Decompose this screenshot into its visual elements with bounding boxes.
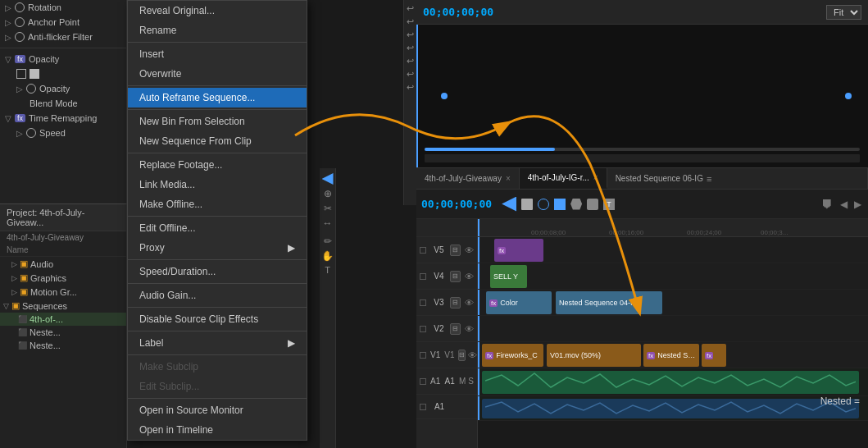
- menu-disable-effects[interactable]: Disable Source Clip Effects: [128, 309, 307, 329]
- lock-icon[interactable]: [420, 299, 426, 306]
- clip-v1-v01[interactable]: V01.mov (50%): [547, 344, 641, 367]
- anchor-point-row[interactable]: ▷ Anchor Point: [0, 15, 126, 30]
- track-v1-eye[interactable]: 👁: [468, 350, 477, 360]
- track-v1-icon[interactable]: ⊟: [458, 350, 466, 361]
- tab-nested-seq[interactable]: Nested Sequence 06-IG ≡: [607, 168, 868, 189]
- tab-close-icon[interactable]: ×: [593, 173, 598, 182]
- hand-tool[interactable]: ✋: [321, 250, 334, 262]
- track-v2-icon[interactable]: ⊟: [450, 323, 461, 335]
- lock-icon[interactable]: [420, 404, 426, 410]
- antiflicker-stopwatch[interactable]: [15, 32, 25, 42]
- menu-label[interactable]: Label ▶: [128, 333, 307, 353]
- track-v3-eye[interactable]: 👁: [465, 298, 474, 308]
- folder-graphics[interactable]: ▷ ▣ Graphics: [0, 271, 126, 285]
- folder-motion[interactable]: ▷ ▣ Motion Gr...: [0, 285, 126, 299]
- track-v5[interactable]: fx: [478, 237, 868, 263]
- type-tool[interactable]: T: [325, 265, 330, 275]
- speed-row[interactable]: ▷ Speed: [0, 126, 126, 140]
- solo-btn[interactable]: S: [468, 377, 474, 386]
- antiflicker-row[interactable]: ▷ Anti-flicker Filter: [0, 30, 126, 44]
- zoom-bar[interactable]: [425, 154, 860, 162]
- anchor-stopwatch[interactable]: [15, 17, 25, 27]
- clip-v1-fireworks[interactable]: fx Fireworks_C: [482, 344, 543, 367]
- undo-btn6[interactable]: ↩: [405, 69, 416, 80]
- funnel-icon[interactable]: ⛊: [821, 198, 833, 211]
- clip-v4-sell[interactable]: SELL Y: [490, 265, 527, 288]
- lock-icon[interactable]: [420, 247, 426, 254]
- undo-btn5[interactable]: ↩: [405, 56, 416, 67]
- razor-tool-icon[interactable]: [554, 199, 566, 210]
- track-v2[interactable]: [478, 316, 868, 342]
- tab-4th-ig[interactable]: 4th-of-July-IG-r... ×: [520, 168, 607, 189]
- track-v1[interactable]: fx Fireworks_C V01.mov (50%) fx Nested S…: [478, 342, 868, 368]
- folder-sequences[interactable]: ▽ ▣ Sequences: [0, 299, 126, 313]
- undo-btn2[interactable]: ↩: [405, 16, 416, 28]
- clip-v5-fx[interactable]: fx: [494, 239, 543, 262]
- menu-edit-offline[interactable]: Edit Offline...: [128, 218, 307, 238]
- pen-tool[interactable]: ✏: [324, 235, 332, 247]
- opacity-stopwatch[interactable]: [26, 84, 36, 94]
- undo-btn3[interactable]: ↩: [405, 30, 416, 41]
- pen-tool-icon[interactable]: [570, 199, 582, 210]
- undo-btn7[interactable]: ↩: [405, 82, 416, 94]
- menu-rename[interactable]: Rename: [128, 21, 307, 40]
- speed-stopwatch[interactable]: [26, 128, 36, 138]
- menu-overwrite[interactable]: Overwrite: [128, 64, 307, 84]
- lock-icon[interactable]: [420, 326, 426, 332]
- next-frame-icon[interactable]: ▶: [854, 199, 861, 210]
- rotation-row[interactable]: ▷ Rotation: [0, 0, 126, 15]
- undo-btn4[interactable]: ↩: [405, 43, 416, 54]
- razor-tool[interactable]: ✂: [324, 203, 332, 214]
- menu-insert[interactable]: Insert: [128, 44, 307, 64]
- track-v3-icon[interactable]: ⊟: [450, 297, 461, 309]
- menu-reveal-original[interactable]: Reveal Original...: [128, 1, 307, 21]
- time-remap-fx-row[interactable]: ▽ fx Time Remapping: [0, 111, 126, 126]
- menu-replace-footage[interactable]: Replace Footage...: [128, 155, 307, 175]
- track-a1b-audio[interactable]: [478, 396, 868, 421]
- play-icon[interactable]: [502, 197, 516, 212]
- track-v3[interactable]: fx Color Nested Sequence 04-IG: [478, 290, 868, 316]
- blend-mode-row[interactable]: Blend Mode: [0, 96, 126, 111]
- prev-frame-icon[interactable]: ◀: [840, 199, 848, 210]
- type-tool-icon[interactable]: T: [603, 199, 615, 210]
- clip-a1b-audio[interactable]: [482, 399, 859, 418]
- scrubber-track[interactable]: [425, 148, 860, 151]
- clip-v1-extra[interactable]: fx: [702, 344, 726, 367]
- hamburger-icon[interactable]: ≡: [707, 174, 711, 184]
- folder-audio[interactable]: ▷ ▣ Audio: [0, 257, 126, 271]
- selection-tool[interactable]: [322, 173, 334, 185]
- menu-speed-duration[interactable]: Speed/Duration...: [128, 262, 307, 281]
- opacity-row[interactable]: ▷ Opacity: [0, 81, 126, 96]
- track-v4-eye[interactable]: 👁: [465, 272, 474, 281]
- mute-btn[interactable]: M: [459, 377, 466, 386]
- clip-v3-nested[interactable]: Nested Sequence 04-IG: [556, 291, 662, 314]
- clip-a1-audio[interactable]: [482, 371, 859, 394]
- ripple-tool[interactable]: ⊕: [324, 188, 332, 199]
- track-v4[interactable]: SELL Y: [478, 263, 868, 290]
- ripple-tool-icon[interactable]: [538, 199, 549, 210]
- menu-proxy[interactable]: Proxy ▶: [128, 238, 307, 258]
- clip-v3-color[interactable]: fx Color: [486, 291, 552, 314]
- menu-open-timeline[interactable]: Open in Timeline: [128, 420, 307, 440]
- tab-close-icon[interactable]: ×: [506, 174, 511, 183]
- seq-nested2[interactable]: ⬛ Neste...: [0, 339, 126, 352]
- menu-link-media[interactable]: Link Media...: [128, 175, 307, 194]
- seq-4th[interactable]: ⬛ 4th-of-...: [0, 313, 126, 326]
- track-v4-icon[interactable]: ⊟: [450, 271, 461, 282]
- opacity-fx-row[interactable]: ▽ fx Opacity: [0, 52, 126, 66]
- track-v5-icon[interactable]: ⊟: [450, 245, 461, 256]
- track-a1-audio[interactable]: [478, 368, 868, 396]
- lock-icon[interactable]: [420, 352, 426, 359]
- fit-select[interactable]: Fit: [826, 5, 861, 20]
- seq-nested1[interactable]: ⬛ Neste...: [0, 326, 126, 339]
- selection-tool-icon[interactable]: [521, 199, 533, 210]
- slip-tool[interactable]: ↔: [323, 217, 333, 229]
- menu-make-offline[interactable]: Make Offline...: [128, 194, 307, 214]
- opacity-circle-icon-row[interactable]: [0, 66, 126, 81]
- track-v2-eye[interactable]: 👁: [465, 324, 474, 334]
- menu-auto-reframe[interactable]: Auto Reframe Sequence...: [128, 88, 307, 107]
- menu-new-sequence[interactable]: New Sequence From Clip: [128, 131, 307, 151]
- lock-icon[interactable]: [420, 273, 426, 280]
- lock-icon[interactable]: [420, 378, 426, 385]
- track-v5-eye[interactable]: 👁: [465, 245, 474, 255]
